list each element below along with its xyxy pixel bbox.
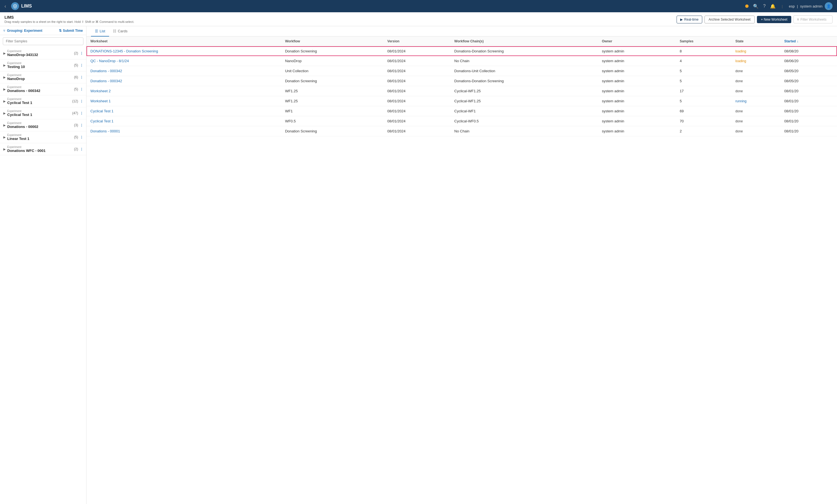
col-workflow[interactable]: Workflow	[281, 37, 384, 46]
user-divider: |	[797, 4, 798, 8]
sidebar-item-type: Experiment	[7, 62, 74, 65]
version-cell: 08/01/2024	[384, 46, 450, 56]
add-item-icon[interactable]: ⁝	[81, 110, 83, 116]
add-item-icon[interactable]: ⁝	[81, 146, 83, 152]
realtime-button[interactable]: ▶ Real-time	[677, 16, 702, 23]
col-samples[interactable]: Samples	[676, 37, 731, 46]
owner-cell: system admin	[598, 96, 676, 106]
sidebar-item-5[interactable]: ▶ Experiment Cyclical Test 1 (47) ⁝	[0, 107, 86, 119]
filter-samples-input[interactable]	[3, 37, 84, 45]
add-item-icon[interactable]: ⁝	[81, 62, 83, 69]
table-row[interactable]: Cyclical Test 1WF108/01/2024Cyclical-WF1…	[87, 106, 837, 116]
workflow-chains-cell: Donations-Donation Screening	[450, 76, 598, 86]
started-cell: 08/05/20	[780, 76, 837, 86]
add-item-icon[interactable]: ⁝	[81, 86, 83, 93]
table-row[interactable]: Worksheet 1WF1.2508/01/2024Cyclical-WF1.…	[87, 96, 837, 106]
add-item-icon[interactable]: ⁝	[81, 134, 83, 141]
table-row[interactable]: QC - NanoDrop - 8/1/24NanoDrop08/01/2024…	[87, 56, 837, 66]
sidebar-item-4[interactable]: ▶ Experiment Cyclical Test 1 (12) ⁝	[0, 95, 86, 107]
user-info: esp | system admin 👤	[789, 2, 833, 10]
header-area: LIMS Drag ready samples to a sheet on th…	[0, 12, 837, 26]
sidebar-item-count: (47)	[72, 111, 78, 115]
new-worksheet-button[interactable]: + New Worksheet	[757, 16, 791, 23]
sidebar-item-1[interactable]: ▶ Experiment Testing 10 (5) ⁝	[0, 59, 86, 71]
table-row[interactable]: Worksheet 2WF1.2508/01/2024Cyclical-WF1.…	[87, 86, 837, 96]
table-row[interactable]: DONATIONS-12345 - Donation ScreeningDona…	[87, 46, 837, 56]
back-button[interactable]: ‹	[4, 3, 6, 9]
sidebar-item-2[interactable]: ▶ Experiment NanoDrop (6) ⁝	[0, 71, 86, 83]
sidebar-item-3[interactable]: ▶ Experiment Donations - 000342 (5) ⁝	[0, 83, 86, 95]
add-item-icon[interactable]: ⁝	[81, 122, 83, 129]
owner-cell: system admin	[598, 46, 676, 56]
samples-cell: 70	[676, 116, 731, 126]
sidebar-item-count: (3)	[74, 123, 78, 127]
worksheet-cell[interactable]: Donations - 000342	[87, 76, 281, 86]
search-icon[interactable]: 🔍	[753, 4, 759, 9]
add-item-icon[interactable]: ⁝	[81, 98, 83, 105]
archive-button[interactable]: Archive Selected Worksheet	[705, 16, 755, 23]
table-row[interactable]: Donations - 000342Donation Screening08/0…	[87, 76, 837, 86]
worksheet-cell[interactable]: Worksheet 2	[87, 86, 281, 96]
col-workflow_chains[interactable]: Workflow Chain(s)	[450, 37, 598, 46]
help-icon[interactable]: ?	[763, 4, 766, 8]
sidebar-item-count: (2)	[74, 51, 78, 55]
state-cell: running	[732, 96, 780, 106]
sidebar-item-info: Experiment NanoDrop-343132	[7, 50, 74, 57]
app-logo: LIMS	[11, 2, 32, 10]
worksheet-cell[interactable]: Cyclical Test 1	[87, 116, 281, 126]
sidebar-item-type: Experiment	[7, 110, 72, 113]
workflow-cell: Unit Collection	[281, 66, 384, 76]
sidebar-item-7[interactable]: ▶ Experiment Linear Test 1 (5) ⁝	[0, 131, 86, 143]
worksheet-cell[interactable]: Donations - 000342	[87, 66, 281, 76]
col-owner[interactable]: Owner	[598, 37, 676, 46]
worksheet-cell[interactable]: DONATIONS-12345 - Donation Screening	[87, 46, 281, 56]
version-cell: 08/01/2024	[384, 106, 450, 116]
sidebar-toolbar: ▿ Grouping: Experiment ⇅ Submit Time	[0, 26, 86, 35]
add-item-icon[interactable]: ⁝	[81, 74, 83, 80]
sidebar-item-count: (5)	[74, 87, 78, 91]
workflow-chains-cell: No Chain	[450, 126, 598, 136]
sidebar-item-count: (12)	[72, 99, 78, 103]
table-row[interactable]: Donations - 000342Unit Collection08/01/2…	[87, 66, 837, 76]
workflow-chains-cell: Cyclical-WF1.25	[450, 96, 598, 106]
worksheet-cell[interactable]: Donations - 00001	[87, 126, 281, 136]
state-cell: done	[732, 86, 780, 96]
col-version[interactable]: Version	[384, 37, 450, 46]
sidebar-item-8[interactable]: ▶ Experiment Donations WFC - 0001 (2) ⁝	[0, 143, 86, 155]
notification-icon[interactable]: 🔔	[770, 4, 776, 9]
cards-tab-label: Cards	[118, 29, 127, 33]
user-avatar[interactable]: 👤	[825, 2, 833, 10]
samples-cell: 5	[676, 66, 731, 76]
add-item-icon[interactable]: ⁝	[81, 50, 83, 57]
realtime-icon: ▶	[680, 18, 683, 21]
app-title: LIMS	[21, 4, 32, 8]
workflow-chains-cell: Cyclical-WF1	[450, 106, 598, 116]
tab-bar: ☰List☷Cards	[87, 26, 837, 37]
sidebar-item-info: Experiment Cyclical Test 1	[7, 97, 72, 105]
sidebar-item-type: Experiment	[7, 74, 74, 77]
chevron-icon: ▶	[3, 135, 5, 139]
tab-list[interactable]: ☰List	[91, 26, 109, 37]
submit-time-button[interactable]: ⇅ Submit Time	[59, 29, 83, 33]
table-row[interactable]: Cyclical Test 1WF0.508/01/2024Cyclical-W…	[87, 116, 837, 126]
tab-cards[interactable]: ☷Cards	[109, 26, 131, 37]
sidebar-item-0[interactable]: ▶ Experiment NanoDrop-343132 (2) ⁝	[0, 48, 86, 59]
workflow-chains-cell: Donations-Unit Collection	[450, 66, 598, 76]
worksheet-cell[interactable]: Worksheet 1	[87, 96, 281, 106]
worksheet-cell[interactable]: Cyclical Test 1	[87, 106, 281, 116]
started-cell: 08/01/20	[780, 96, 837, 106]
grouping-label[interactable]: Grouping: Experiment	[7, 29, 42, 33]
sidebar-item-6[interactable]: ▶ Experiment Donations - 00002 (3) ⁝	[0, 119, 86, 131]
col-started[interactable]: Started ↓	[780, 37, 837, 46]
workflow-cell: Donation Screening	[281, 76, 384, 86]
col-state[interactable]: State	[732, 37, 780, 46]
table-row[interactable]: Donations - 00001Donation Screening08/01…	[87, 126, 837, 136]
logo-icon	[11, 2, 19, 10]
chevron-icon: ▶	[3, 88, 5, 91]
filter-button[interactable]: ▿ Filter Worksheets	[794, 15, 833, 23]
sidebar-item-count: (6)	[74, 75, 78, 79]
col-worksheet[interactable]: Worksheet	[87, 37, 281, 46]
workflow-cell: WF1.25	[281, 86, 384, 96]
worksheet-cell[interactable]: QC - NanoDrop - 8/1/24	[87, 56, 281, 66]
chevron-icon: ▶	[3, 112, 5, 115]
